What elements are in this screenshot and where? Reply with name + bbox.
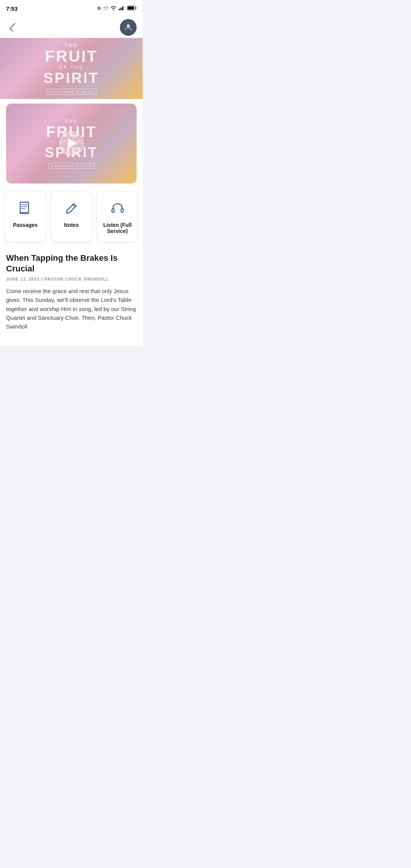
book-icon (16, 199, 35, 217)
notes-card[interactable]: Notes (51, 191, 92, 242)
back-chevron-icon (10, 23, 18, 32)
signal-icon (119, 6, 125, 11)
svg-point-6 (127, 24, 130, 27)
profile-button[interactable] (120, 19, 137, 36)
status-icons: ⚙ 🛡 (97, 6, 137, 11)
background-sermon-image: THE FRUIT OF THE SPIRIT GALATIANS 5:16-2… (0, 38, 143, 99)
bg-subtitle: GALATIANS 5:16-23 (46, 89, 96, 95)
svg-rect-3 (124, 6, 125, 10)
video-subtitle-text: GALATIANS 5:16-23 (48, 163, 95, 169)
passages-label: Passages (13, 222, 38, 228)
listen-card[interactable]: Listen (Full Service) (97, 191, 138, 242)
play-button[interactable] (59, 131, 84, 156)
pencil-icon (62, 199, 81, 217)
sermon-pastor: PASTOR CHUCK SWINDOLL (44, 277, 109, 281)
bg-title-of: OF THE (43, 64, 99, 70)
play-icon (68, 138, 77, 149)
svg-rect-7 (20, 202, 29, 214)
profile-icon (124, 23, 133, 32)
shield-icon: 🛡 (104, 6, 108, 11)
action-buttons-row: Passages Notes Listen (Full Service) (0, 191, 143, 242)
sermon-description: Come receive the grace and rest that onl… (6, 287, 137, 331)
headphones-icon (108, 199, 127, 217)
svg-rect-5 (128, 6, 134, 10)
bg-title-fruit: FRUIT (43, 48, 99, 64)
top-nav (0, 17, 143, 38)
sermon-meta: JUNE 11, 2023 | PASTOR CHUCK SWINDOLL (6, 277, 137, 281)
bg-title: THE FRUIT OF THE SPIRIT GALATIANS 5:16-2… (43, 42, 99, 95)
bottom-sheet: THE FRUIT OF THE SPIRIT GALATIANS 5:16-2… (0, 91, 143, 346)
battery-icon (127, 6, 137, 11)
settings-icon: ⚙ (97, 6, 101, 11)
notes-label: Notes (64, 222, 79, 228)
passages-card[interactable]: Passages (5, 191, 46, 242)
svg-rect-2 (122, 6, 123, 10)
sermon-date: JUNE 11, 2023 (6, 277, 40, 281)
back-button[interactable] (6, 20, 21, 35)
bg-title-spirit: SPIRIT (43, 70, 99, 86)
listen-label: Listen (Full Service) (101, 222, 134, 234)
status-bar: 7:53 ⚙ 🛡 (0, 0, 143, 17)
sermon-title: When Tapping the Brakes Is Crucial (6, 253, 137, 274)
status-time: 7:53 (6, 5, 18, 12)
wifi-icon (110, 6, 116, 11)
svg-rect-0 (119, 9, 120, 10)
svg-rect-1 (121, 8, 122, 10)
sermon-info: When Tapping the Brakes Is Crucial JUNE … (0, 253, 143, 331)
video-thumbnail[interactable]: THE FRUIT OF THE SPIRIT GALATIANS 5:16-2… (6, 104, 137, 183)
